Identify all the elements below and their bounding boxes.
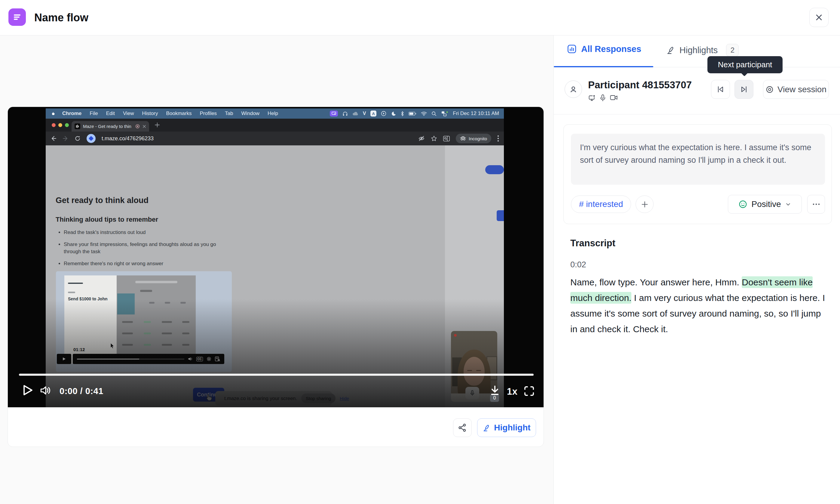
menu-profiles: Profiles: [200, 110, 217, 116]
traffic-lights: [52, 123, 69, 127]
eye-off-icon: [418, 136, 425, 142]
wifi-icon: [421, 111, 427, 116]
seek-bar[interactable]: [19, 374, 534, 376]
browser-tabstrip: Maze - Get ready to thin: [46, 119, 504, 131]
close-button[interactable]: [809, 8, 828, 27]
window-switcher-icon: [441, 110, 448, 116]
browser-tab: Maze - Get ready to thin: [71, 121, 149, 131]
moon-icon: [391, 111, 396, 116]
sentiment-label: Positive: [751, 199, 781, 209]
battery-icon: [409, 112, 416, 115]
video-camera-icon: [610, 94, 618, 101]
headphones-icon: [342, 111, 348, 116]
menu-tab: Tab: [225, 110, 233, 116]
next-participant-button[interactable]: [735, 80, 753, 99]
skip-forward-icon: [740, 85, 748, 93]
add-tag-button[interactable]: [636, 196, 654, 213]
response-card: I'm very curious what the expectation is…: [563, 124, 832, 224]
menu-history: History: [142, 110, 158, 116]
cloud-icon: [353, 111, 358, 115]
menu-window: Window: [241, 110, 259, 116]
flow-logo-icon: [8, 8, 26, 26]
participant-name: Participant 481553707: [588, 79, 692, 91]
view-session-button[interactable]: View session: [763, 80, 829, 99]
mac-clock: Fri Dec 12 10:11 AM: [453, 110, 499, 116]
search-icon: [431, 111, 436, 116]
menu-help: Help: [268, 110, 278, 116]
view-session-label: View session: [777, 85, 826, 94]
more-options-button[interactable]: [807, 195, 825, 214]
tab-close-icon: [142, 125, 146, 128]
download-button[interactable]: [488, 384, 501, 397]
browser-menu-icon: [497, 135, 499, 142]
mac-status-icons: V A Fri Dec 12 10:11 AM: [330, 110, 499, 116]
maze-favicon: [74, 123, 80, 129]
apple-icon: [51, 111, 56, 116]
incognito-badge: Incognito: [456, 134, 491, 143]
close-icon: [815, 13, 823, 22]
section-divider: [554, 114, 840, 114]
response-quote: I'm very curious what the expectation is…: [571, 134, 825, 185]
skip-back-icon: [717, 85, 724, 93]
tag-interested[interactable]: # interested: [571, 196, 631, 213]
transcript-text: Name, flow type. Your answer here, Hmm. …: [570, 274, 826, 337]
menu-bookmarks: Bookmarks: [166, 110, 191, 116]
playback-speed-button[interactable]: 1x: [507, 386, 517, 397]
sentiment-select[interactable]: Positive: [728, 195, 802, 214]
new-tab-icon: [155, 122, 160, 128]
reload-icon: [74, 136, 81, 142]
screen-record-icon: [330, 110, 338, 116]
user-icon: [568, 85, 578, 94]
back-icon: [51, 136, 56, 142]
highlighter-icon: [666, 46, 675, 55]
incognito-label: Incognito: [469, 136, 487, 141]
play-circle-icon: [381, 111, 386, 116]
list-item: Share your first impressions, feelings a…: [64, 241, 232, 255]
menu-file: File: [90, 110, 98, 116]
bluetooth-icon: [400, 111, 404, 116]
task-subheading: Thinking aloud tips to remember: [56, 216, 158, 223]
smiley-icon: [738, 200, 748, 209]
view-icon: [766, 85, 774, 94]
forward-icon: [63, 136, 69, 142]
tab-highlights-label: Highlights: [680, 46, 718, 55]
previous-participant-button[interactable]: [711, 80, 730, 99]
session-video-card: Chrome File Edit View History Bookmarks …: [7, 107, 544, 447]
responses-panel: All Responses Highlights 2 Next particip…: [553, 35, 840, 504]
share-button[interactable]: [453, 418, 472, 437]
volume-button[interactable]: [40, 385, 52, 396]
mac-menubar: Chrome File Edit View History Bookmarks …: [46, 108, 504, 119]
participant-avatar: [565, 80, 582, 98]
browser-toolbar: t.maze.co/476296233 Incognito: [46, 131, 504, 145]
menu-view: View: [123, 110, 134, 116]
transcript-timestamp[interactable]: 0:02: [570, 260, 586, 269]
list-item: Read the task's instructions out loud: [64, 229, 232, 236]
next-participant-tooltip: Next participant: [707, 56, 783, 73]
tab-highlights[interactable]: Highlights 2: [666, 44, 739, 56]
cut-off-button-2: [497, 210, 504, 221]
video-player[interactable]: Chrome File Edit View History Bookmarks …: [8, 107, 544, 407]
a-app-icon: A: [371, 110, 376, 116]
highlight-button-label: Highlight: [494, 423, 530, 433]
responses-chart-icon: [567, 44, 577, 54]
time-display: 0:00 / 0:41: [59, 386, 103, 396]
participant-device-icons: [588, 94, 618, 102]
transcript-segment: Name, flow type. Your answer here, Hmm.: [570, 277, 742, 287]
site-avatar-icon: [87, 134, 96, 143]
task-tips-list: Read the task's instructions out loud Sh…: [64, 229, 232, 267]
highlight-button[interactable]: Highlight: [477, 418, 536, 437]
menu-chrome: Chrome: [62, 110, 82, 116]
app-header: Name flow: [0, 0, 840, 35]
cut-off-button: [485, 165, 504, 174]
screen-share-icon: [588, 94, 596, 102]
microphone-icon: [599, 94, 606, 102]
page-title: Name flow: [34, 0, 88, 35]
plus-icon: [641, 201, 648, 208]
chevron-down-icon: [785, 201, 791, 208]
incognito-icon: [460, 137, 466, 141]
highlighter-icon: [482, 424, 491, 432]
highlights-count-badge: 2: [726, 44, 739, 56]
play-button[interactable]: [20, 383, 34, 397]
tab-all-responses[interactable]: All Responses: [567, 44, 641, 54]
fullscreen-button[interactable]: [523, 385, 535, 397]
